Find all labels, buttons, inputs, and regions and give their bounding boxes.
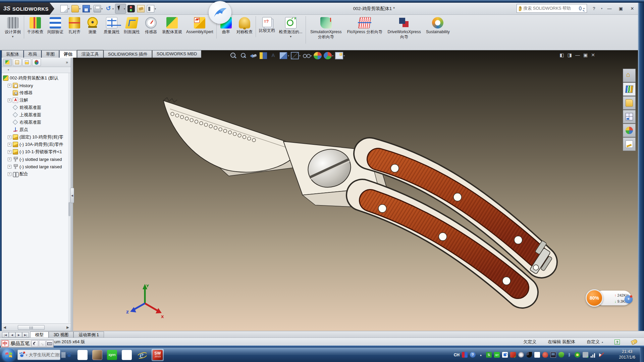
graphics-viewport[interactable]: Y X Z [71, 50, 638, 331]
tree-item[interactable]: 前视基准面 [3, 104, 71, 111]
command-tab[interactable]: SOLIDWORKS MBD [152, 50, 202, 58]
panel-collapse-handle[interactable]: ◀ [70, 188, 74, 203]
restore-doc-button[interactable]: ▣ [583, 51, 588, 59]
tree-item[interactable]: + History [3, 82, 71, 89]
interference-light-button[interactable] [127, 4, 136, 14]
360-tray-icon[interactable] [518, 352, 524, 358]
tree-item[interactable]: + (-) slotted large raised [3, 156, 71, 163]
floxpress-button[interactable]: FloXpress 分析向导 [345, 16, 384, 39]
expand-toggle[interactable]: + [8, 143, 11, 146]
section-view-button[interactable] [259, 52, 268, 60]
solidworks-app-button[interactable]: SW 2015 [152, 349, 164, 361]
tree-item[interactable]: + (-) 10-1-剪锁板零件<1 [3, 148, 71, 156]
command-tab[interactable]: 布局 [24, 50, 41, 58]
mass-properties-button[interactable]: 质量属性 [102, 16, 122, 39]
dropdown-caret-icon[interactable]: ▾ [90, 7, 92, 10]
tree-horizontal-scrollbar[interactable]: ◀ ▶ [2, 323, 71, 331]
display-style-button[interactable]: ▾ [290, 52, 301, 60]
progress-badge[interactable]: 80% [586, 289, 603, 307]
tree-item[interactable]: + (-) slotted large raised [3, 163, 71, 170]
filter-caret-icon[interactable]: ▾ [8, 68, 9, 71]
thunder-download-widget[interactable]: ↑ 242K/s ↓ 9.3K/s + 80% [586, 289, 632, 307]
close-button[interactable]: ✕ [628, 5, 637, 12]
undo-button[interactable]: ▾ [104, 4, 114, 14]
command-tab[interactable]: 装配体 [2, 50, 23, 58]
propertymanager-tab[interactable] [13, 59, 21, 66]
interference-check-button[interactable]: 干涉检查 [24, 16, 45, 39]
tree-root-item[interactable]: 002-鸡骨剪装配体1 (默认 [3, 74, 71, 82]
ime-name[interactable]: 极品五笔 [9, 341, 31, 347]
configurationmanager-tab[interactable] [22, 59, 31, 66]
dropdown-caret-icon[interactable]: ▾ [332, 54, 333, 57]
ime-toolbar[interactable]: 中 极品五笔 ·, [1, 340, 54, 348]
tree-filter-bar[interactable]: ▾ [2, 67, 71, 73]
model-canvas[interactable]: Y X Z [71, 50, 638, 331]
red-app-tray-icon[interactable] [542, 352, 548, 358]
dropdown-caret-icon[interactable]: ▾ [299, 54, 301, 57]
show-desktop-button[interactable] [640, 348, 644, 362]
tray-expand-icon[interactable]: ▴ [478, 352, 484, 358]
ie-app-button[interactable]: e [136, 349, 148, 361]
help-tray-icon[interactable]: ? [470, 352, 476, 358]
dropdown-caret-icon[interactable]: ▾ [155, 7, 156, 10]
expand-toggle[interactable]: + [8, 135, 11, 139]
sustainability-button[interactable]: Sustainability [424, 16, 452, 39]
view-settings-button[interactable]: ▾ [335, 52, 345, 60]
section-properties-button[interactable]: 剖面属性 [122, 16, 142, 39]
dropdown-caret-icon[interactable]: ▾ [311, 54, 312, 57]
anime-app-button[interactable] [91, 349, 103, 361]
shield-tray-icon[interactable] [558, 352, 564, 358]
dropdown-caret-icon[interactable]: ▾ [79, 7, 80, 10]
file-properties-button[interactable] [137, 4, 146, 14]
print-button[interactable]: ▾ [93, 4, 103, 14]
panel-overflow-chevron[interactable]: » [66, 60, 69, 65]
design-study-button[interactable]: 设计算例 ▼ [3, 16, 23, 39]
tree-item[interactable]: + (-) 10A-鸡骨剪(后)零件 [3, 141, 71, 148]
design-library-tab[interactable] [623, 82, 636, 96]
tree-item[interactable]: 传感器 [3, 89, 71, 97]
fan-tray-icon[interactable] [526, 352, 532, 358]
search-dropdown-icon[interactable]: ∨ [25, 353, 28, 357]
ime-keyboard-icon[interactable] [46, 340, 53, 347]
ime-logo[interactable]: 中 [2, 340, 8, 347]
tree-item[interactable]: + (固定) 10-鸡骨剪(前)零 [3, 133, 71, 141]
featuremanager-tree-tab[interactable] [3, 59, 12, 66]
check-active-document-button[interactable]: 检查激活的... ▼ [277, 16, 305, 39]
open-button[interactable]: ▾ [71, 4, 81, 14]
dropdown-caret-icon[interactable]: ▾ [124, 7, 125, 10]
tab-nav-button[interactable]: ◀ [9, 332, 15, 338]
dropdown-caret-icon[interactable]: ▾ [68, 7, 69, 10]
restore-button[interactable]: ▣ [616, 5, 625, 12]
assembly-visualization-button[interactable]: 装配体直观 [160, 16, 184, 39]
close-doc-button[interactable]: ✕ [591, 51, 595, 59]
start-button[interactable] [2, 348, 15, 362]
status-help-icon[interactable]: ? [614, 340, 620, 345]
tab-nav-button[interactable]: ▶ [15, 332, 22, 338]
command-tab[interactable]: SOLIDWORKS 插件 [104, 50, 152, 58]
measure-button[interactable]: 测量 [84, 16, 102, 39]
expand-toggle[interactable]: + [8, 99, 11, 102]
ime-tray-icon[interactable] [462, 352, 468, 358]
scrollbar-thumb[interactable] [18, 325, 45, 330]
tree-item[interactable]: 原点 [3, 126, 71, 133]
custom-properties-tab[interactable] [623, 137, 636, 151]
thunder-tray-icon[interactable] [534, 352, 540, 358]
network-signal-icon[interactable] [591, 352, 596, 358]
apply-scene-button[interactable]: ▾ [323, 52, 334, 60]
dropdown-caret-icon[interactable]: ▾ [288, 54, 289, 57]
units-selector[interactable]: 自定义 ▴ [587, 339, 603, 345]
options-button[interactable]: ▾ [146, 4, 157, 14]
tag-icon[interactable] [631, 339, 638, 345]
tab-nav-button[interactable]: ▶| [22, 332, 29, 338]
previous-view-button[interactable] [249, 52, 258, 60]
document-tab[interactable]: 模型 [30, 331, 49, 338]
display-tray-icon[interactable] [550, 352, 556, 358]
baidu-tray-icon[interactable] [502, 352, 508, 358]
edit-appearance-button[interactable] [313, 52, 322, 60]
search-icon[interactable] [579, 6, 582, 10]
view-orientation-button[interactable]: ▾ [279, 52, 289, 60]
resources-tab[interactable] [623, 69, 636, 82]
tab-nav-button[interactable]: |◀ [2, 332, 9, 338]
dropdown-caret-icon[interactable]: ▾ [101, 7, 103, 10]
thunder-app-button[interactable] [121, 349, 133, 361]
